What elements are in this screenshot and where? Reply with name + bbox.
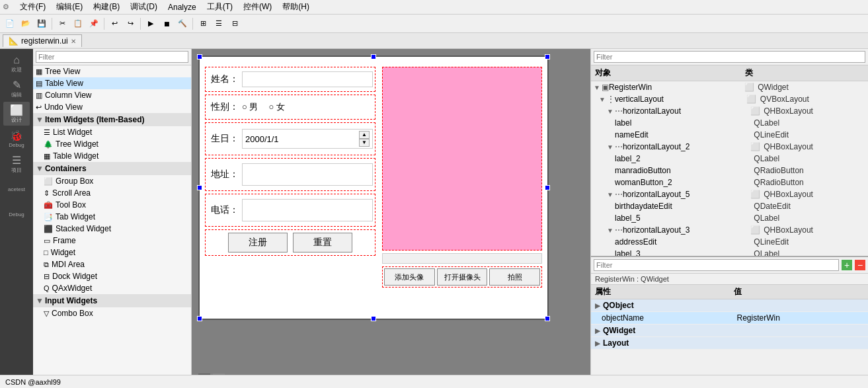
tree-item-mdi-area[interactable]: ⧉ MDI Area: [33, 258, 191, 270]
toolbar-btn-build[interactable]: 🔨: [175, 17, 190, 31]
sidebar-design[interactable]: ⬜ 设计: [3, 102, 30, 126]
toolbar-btn-open[interactable]: 📂: [19, 17, 33, 31]
sidebar-project[interactable]: ☰ 项目: [3, 152, 30, 176]
obj-row-nameedit[interactable]: nameEdit QLineEdit: [591, 129, 868, 141]
sidebar-acetest[interactable]: acetest: [3, 177, 30, 201]
handle-top-right[interactable]: [545, 54, 550, 59]
prop-section-qobject[interactable]: ▶ QObject: [591, 299, 868, 312]
tree-item-list-widget[interactable]: ☰ List Widget: [33, 126, 191, 138]
toolbar-btn-copy[interactable]: 📋: [71, 17, 85, 31]
add-photo-button[interactable]: 添加头像: [384, 268, 435, 286]
tree-item-scroll-area[interactable]: ⇕ Scroll Area: [33, 187, 191, 199]
tree-item-tool-box[interactable]: 🧰 Tool Box: [33, 199, 191, 211]
handle-middle-left[interactable]: [197, 185, 202, 190]
obj-row-label5[interactable]: label_5 QLabel: [591, 212, 868, 224]
obj-row-registerwin[interactable]: ▼ ▣ RegisterWin ⬜ QWidget: [591, 81, 868, 93]
toolbar-btn-stop[interactable]: ⏹: [159, 17, 174, 31]
obj-row-hlayout1[interactable]: ▼ ⋯ horizontalLayout ⬜ QHBoxLayout: [591, 105, 868, 117]
tree-item-column-view[interactable]: ▥ Column View: [33, 89, 191, 101]
toolbar-btn-redo[interactable]: ↪: [123, 17, 138, 31]
design-canvas[interactable]: 姓名： 性别： ○ 男 ○ 女 生日： 2000/1/1 ▲: [198, 56, 549, 320]
obj-row-hlayout5[interactable]: ▼ ⋯ horizontalLayout_5 ⬜ QHBoxLayout: [591, 188, 868, 200]
tree-item-table-widget[interactable]: ▦ Table Widget: [33, 150, 191, 162]
arrow-verticallayout: ▼: [599, 96, 606, 103]
register-button[interactable]: 注册: [228, 233, 288, 252]
menu-controls[interactable]: 控件(W): [238, 0, 277, 14]
tree-item-group-box[interactable]: ⬜ Group Box: [33, 175, 191, 187]
handle-bottom-left[interactable]: [197, 316, 202, 321]
capture-button[interactable]: 拍照: [489, 268, 540, 286]
toolbar-btn-save[interactable]: 💾: [34, 17, 49, 31]
toolbar-btn-undo[interactable]: ↩: [107, 17, 122, 31]
toolbar-btn-paste[interactable]: 📌: [87, 17, 101, 31]
menu-analyze[interactable]: Analyze: [163, 1, 202, 13]
tree-category-input-widgets[interactable]: ▼ Input Widgets: [33, 294, 191, 307]
obj-row-label3[interactable]: label_3 QLabel: [591, 248, 868, 256]
tree-category-containers[interactable]: ▼ Containers: [33, 162, 191, 175]
menu-build[interactable]: 构建(B): [88, 0, 125, 14]
tree-item-tree-view[interactable]: ▦ Tree View: [33, 65, 191, 77]
obj-filter-input[interactable]: [594, 51, 865, 63]
handle-bottom-middle[interactable]: [371, 316, 376, 321]
obj-row-label2[interactable]: label_2 QLabel: [591, 153, 868, 165]
tree-item-widget[interactable]: □ Widget: [33, 247, 191, 258]
open-camera-button[interactable]: 打开摄像头: [437, 268, 488, 286]
gender-male-radio[interactable]: ○ 男: [242, 101, 258, 113]
prop-value-objectname[interactable]: RegisterWin: [733, 313, 869, 323]
toolbar-btn-run[interactable]: ▶: [143, 17, 158, 31]
handle-middle-right[interactable]: [545, 185, 550, 190]
name-input[interactable]: [242, 71, 373, 87]
tab-registerwin[interactable]: 📐 registerwin.ui ✕: [3, 34, 82, 47]
toolbar-btn-new[interactable]: 📄: [3, 17, 17, 31]
prop-filter-input[interactable]: [594, 259, 839, 271]
toolbar-btn-layout[interactable]: ☰: [212, 17, 226, 31]
tree-item-frame[interactable]: ▭ Frame: [33, 235, 191, 247]
obj-row-hlayout2[interactable]: ▼ ⋯ horizontalLayout_2 ⬜ QHBoxLayout: [591, 141, 868, 153]
menu-debug[interactable]: 调试(D): [125, 0, 163, 14]
birthday-down-btn[interactable]: ▼: [359, 139, 370, 147]
gender-female-radio[interactable]: ○ 女: [268, 101, 284, 113]
phone-input[interactable]: [242, 199, 373, 221]
menu-file[interactable]: 文件(F): [15, 0, 51, 14]
tree-item-undo-view[interactable]: ↩ Undo View: [33, 101, 191, 113]
prop-section-layout[interactable]: ▶ Layout: [591, 337, 868, 350]
handle-bottom-right[interactable]: [545, 316, 550, 321]
tree-item-table-view[interactable]: ▤ Table View: [33, 77, 191, 89]
sidebar-debug[interactable]: 🐞 Debug: [3, 127, 30, 151]
prop-section-qwidget[interactable]: ▶ QWidget: [591, 325, 868, 337]
reset-button[interactable]: 重置: [293, 233, 352, 252]
tree-item-qax-widget[interactable]: Q QAxWidget: [33, 282, 191, 294]
menu-edit[interactable]: 编辑(E): [51, 0, 88, 14]
obj-row-label[interactable]: label QLabel: [591, 117, 868, 129]
widget-filter-input[interactable]: [36, 51, 188, 63]
obj-row-manradio[interactable]: manradioButton QRadioButton: [591, 165, 868, 176]
obj-row-hlayout3[interactable]: ▼ ⋯ horizontalLayout_3 ⬜ QHBoxLayout: [591, 224, 868, 236]
obj-row-birthdayedit[interactable]: birthdaydateEdit QDateEdit: [591, 200, 868, 212]
sidebar-welcome[interactable]: ⌂ 欢迎: [3, 52, 30, 75]
toolbar-btn-align[interactable]: ⊟: [227, 17, 242, 31]
handle-top-left[interactable]: [197, 54, 202, 59]
photo-area[interactable]: [382, 67, 542, 251]
toolbar-btn-cut[interactable]: ✂: [55, 17, 69, 31]
tree-item-dock-widget[interactable]: ⊟ Dock Widget: [33, 270, 191, 282]
sidebar-edit[interactable]: ✎ 编辑: [3, 77, 30, 100]
sidebar-debug2[interactable]: Debug: [3, 202, 30, 226]
obj-row-addressedit[interactable]: addressEdit QLineEdit: [591, 236, 868, 248]
tree-item-tab-widget[interactable]: 📑 Tab Widget: [33, 211, 191, 223]
tree-item-tree-widget[interactable]: 🌲 Tree Widget: [33, 138, 191, 150]
tree-category-item-widgets[interactable]: ▼ Item Widgets (Item-Based): [33, 113, 191, 126]
handle-top-middle[interactable]: [371, 54, 376, 59]
prop-filter-remove-btn[interactable]: −: [855, 260, 865, 270]
menu-help[interactable]: 帮助(H): [277, 0, 315, 14]
tree-item-stacked-widget[interactable]: ⬛ Stacked Widget: [33, 223, 191, 235]
menu-tools[interactable]: 工具(T): [202, 0, 238, 14]
tree-item-combo-box[interactable]: ▽ Combo Box: [33, 307, 191, 319]
prop-filter-add-btn[interactable]: +: [842, 260, 852, 270]
obj-row-verticallayout[interactable]: ▼ ⋮ verticalLayout ⬜ QVBoxLayout: [591, 93, 868, 105]
prop-row-objectname[interactable]: objectName RegisterWin: [591, 312, 868, 325]
tab-close-btn[interactable]: ✕: [71, 38, 76, 45]
address-input[interactable]: [242, 163, 373, 186]
obj-row-womanradio[interactable]: womanButton_2 QRadioButton: [591, 176, 868, 188]
toolbar-btn-grid[interactable]: ⊞: [196, 17, 210, 31]
birthday-up-btn[interactable]: ▲: [359, 131, 370, 139]
